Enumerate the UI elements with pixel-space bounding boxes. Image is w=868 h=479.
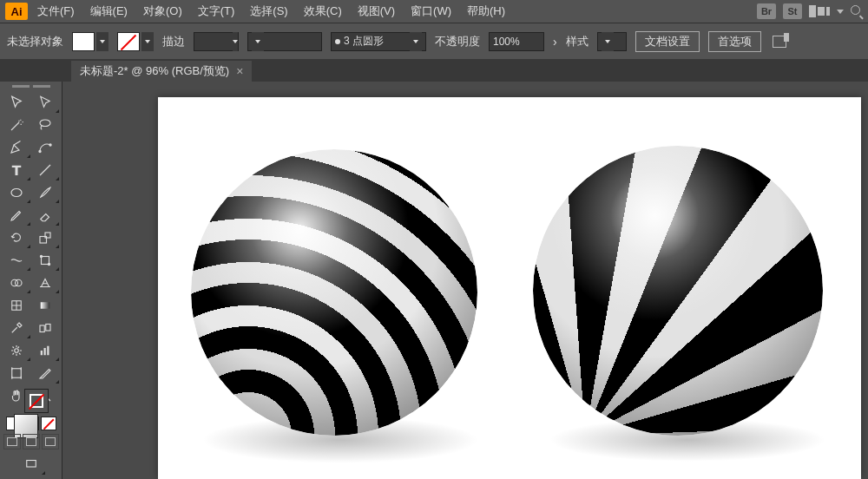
draw-behind[interactable] xyxy=(23,434,40,449)
rotate-tool[interactable] xyxy=(2,226,31,249)
artboard-tool[interactable] xyxy=(2,362,31,384)
style-dropdown[interactable] xyxy=(602,32,614,51)
type-tool[interactable] xyxy=(2,159,31,181)
svg-rect-13 xyxy=(40,325,44,332)
gradient-tool[interactable] xyxy=(31,294,61,317)
pen-tool[interactable] xyxy=(2,136,31,159)
svg-rect-12 xyxy=(41,302,50,309)
brush-dot-icon xyxy=(335,39,340,44)
menu-view[interactable]: 视图(V) xyxy=(352,0,401,23)
graphic-style[interactable] xyxy=(597,32,627,51)
selection-tool[interactable] xyxy=(2,91,31,114)
eraser-tool[interactable] xyxy=(31,204,61,226)
paintbrush-tool[interactable] xyxy=(31,181,61,204)
align-panel-icon[interactable] xyxy=(770,33,789,50)
search-icon[interactable] xyxy=(851,5,863,17)
free-transform-tool[interactable] xyxy=(31,249,61,272)
stroke-swatch[interactable] xyxy=(117,32,140,51)
svg-rect-17 xyxy=(44,348,46,355)
eyedropper-tool[interactable] xyxy=(2,317,31,339)
draw-normal[interactable] xyxy=(3,434,21,449)
svg-point-0 xyxy=(40,120,50,127)
curvature-tool[interactable] xyxy=(31,136,61,159)
sphere-vertical-stripes[interactable] xyxy=(533,146,823,436)
svg-rect-5 xyxy=(45,233,50,238)
app-logo: Ai xyxy=(5,3,28,20)
arrange-documents-icon[interactable] xyxy=(809,5,830,17)
width-tool[interactable] xyxy=(2,249,31,272)
ellipse-tool[interactable] xyxy=(2,181,31,204)
draw-inside[interactable] xyxy=(42,434,59,449)
pencil-tool[interactable] xyxy=(2,204,31,226)
opacity-input[interactable] xyxy=(489,32,544,51)
svg-rect-6 xyxy=(42,257,49,265)
svg-point-1 xyxy=(39,150,41,152)
blend-tool[interactable] xyxy=(31,317,61,339)
sphere-horizontal-stripes[interactable] xyxy=(191,149,477,436)
menu-help[interactable]: 帮助(H) xyxy=(461,0,511,23)
workspace-switcher-icon[interactable] xyxy=(837,10,844,14)
stroke-weight-dropdown[interactable] xyxy=(233,32,238,51)
svg-point-7 xyxy=(41,255,43,257)
color-mode-none[interactable] xyxy=(41,417,56,430)
variable-width-profile[interactable] xyxy=(247,32,322,51)
scale-tool[interactable] xyxy=(31,226,61,249)
menu-file[interactable]: 文件(F) xyxy=(31,0,81,23)
close-icon[interactable]: × xyxy=(236,64,243,78)
stroke-weight-field[interactable] xyxy=(198,36,229,48)
perspective-tool[interactable] xyxy=(31,272,61,294)
document-tab[interactable]: 未标题-2* @ 96% (RGB/预览) × xyxy=(71,61,252,82)
fill-dropdown[interactable] xyxy=(96,32,108,51)
stroke-control[interactable] xyxy=(117,32,154,51)
profile-dropdown[interactable] xyxy=(252,32,264,51)
document-tab-title: 未标题-2* @ 96% (RGB/预览) xyxy=(80,63,229,79)
draw-modes xyxy=(2,434,60,449)
opacity-field[interactable] xyxy=(493,36,524,48)
menu-type[interactable]: 文字(T) xyxy=(192,0,241,23)
menu-object[interactable]: 对象(O) xyxy=(137,0,188,23)
menu-edit[interactable]: 编辑(E) xyxy=(84,0,134,23)
shape-builder-tool[interactable] xyxy=(2,272,31,294)
menubar: Ai 文件(F) 编辑(E) 对象(O) 文字(T) 选择(S) 效果(C) 视… xyxy=(0,0,868,23)
bridge-icon[interactable]: Br xyxy=(757,3,776,19)
brush-dropdown[interactable] xyxy=(410,32,422,51)
svg-point-8 xyxy=(49,263,50,265)
fill-control[interactable] xyxy=(72,32,108,51)
svg-rect-21 xyxy=(26,461,36,468)
fill-swatch[interactable] xyxy=(72,32,95,51)
svg-point-10 xyxy=(15,279,22,286)
symbol-tool[interactable] xyxy=(2,339,31,362)
magic-wand-tool[interactable] xyxy=(2,114,31,136)
column-graph-tool[interactable] xyxy=(31,339,61,362)
line-tool[interactable] xyxy=(31,159,61,181)
menu-effect[interactable]: 效果(C) xyxy=(298,0,348,23)
workspace xyxy=(0,82,868,479)
preferences-button[interactable]: 首选项 xyxy=(708,31,761,52)
menu-select[interactable]: 选择(S) xyxy=(244,0,293,23)
stock-icon[interactable]: St xyxy=(783,3,802,19)
brush-definition[interactable]: 3 点圆形 xyxy=(331,32,426,51)
menu-window[interactable]: 窗口(W) xyxy=(404,0,457,23)
stroke-weight-input[interactable] xyxy=(194,32,239,51)
document-setup-button[interactable]: 文档设置 xyxy=(635,31,700,52)
svg-rect-16 xyxy=(41,351,43,355)
stroke-none-icon xyxy=(24,389,49,413)
mesh-tool[interactable] xyxy=(2,294,31,317)
document-tabbar: 未标题-2* @ 96% (RGB/预览) × xyxy=(0,59,868,82)
tools-panel xyxy=(0,82,62,479)
slice-tool[interactable] xyxy=(31,362,61,384)
screen-mode-button[interactable] xyxy=(16,453,46,476)
svg-point-15 xyxy=(15,349,19,353)
fill-stroke-indicator[interactable] xyxy=(12,412,50,415)
canvas-area[interactable] xyxy=(62,82,868,479)
svg-point-2 xyxy=(49,144,51,146)
lasso-tool[interactable] xyxy=(31,114,61,136)
style-label: 样式 xyxy=(566,34,589,49)
screen-modes[interactable] xyxy=(2,453,60,476)
opacity-flyout-icon[interactable]: › xyxy=(553,35,557,49)
toolbar-grip[interactable] xyxy=(2,85,60,88)
svg-rect-18 xyxy=(48,346,49,356)
artboard[interactable] xyxy=(158,97,861,479)
direct-selection-tool[interactable] xyxy=(31,91,61,114)
stroke-dropdown[interactable] xyxy=(141,32,154,51)
